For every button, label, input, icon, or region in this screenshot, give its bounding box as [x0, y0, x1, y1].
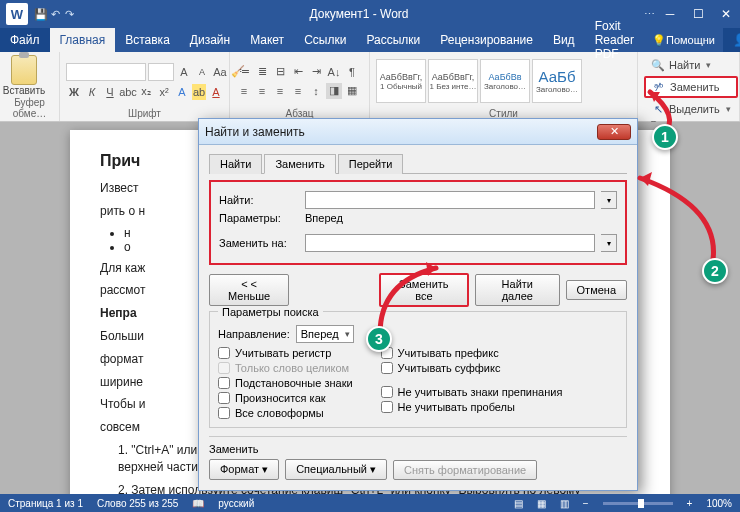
find-replace-fields: Найти: ▾ Параметры: Вперед Заменить на: …	[209, 180, 627, 265]
highlight-icon[interactable]: ab	[192, 84, 206, 100]
tab-insert[interactable]: Вставка	[115, 28, 180, 52]
replace-input[interactable]	[305, 234, 595, 252]
direction-select[interactable]: Вперед	[296, 325, 354, 343]
text-effects-icon[interactable]: A	[174, 84, 190, 100]
status-language[interactable]: русский	[218, 498, 254, 509]
suffix-check[interactable]	[381, 362, 393, 374]
dialog-tab-goto[interactable]: Перейти	[338, 154, 404, 174]
tab-foxit[interactable]: Foxit Reader PDF	[585, 28, 644, 52]
callout-2: 2	[702, 258, 728, 284]
style-nospacing[interactable]: АаБбВвГг, 1 Без инте…	[428, 59, 478, 103]
dialog-tab-find[interactable]: Найти	[209, 154, 262, 174]
tab-file[interactable]: Файл	[0, 28, 50, 52]
decrease-indent-icon[interactable]: ⇤	[290, 64, 306, 80]
grow-font-icon[interactable]: A	[176, 64, 192, 80]
ribbon: Вставить Буфер обме… A A Aa 🧹 Ж К Ч	[0, 52, 740, 122]
tab-view[interactable]: Вид	[543, 28, 585, 52]
qat-undo-icon[interactable]: ↶	[48, 7, 62, 21]
replace-all-button[interactable]: Заменить все	[379, 273, 469, 307]
close-button[interactable]: ✕	[712, 7, 740, 21]
zoom-level[interactable]: 100%	[706, 498, 732, 509]
tell-me[interactable]: 💡 Помощни	[644, 28, 723, 52]
style-heading1[interactable]: АаБбВв Заголово…	[480, 59, 530, 103]
font-name-box[interactable]	[66, 63, 146, 81]
paste-label: Вставить	[3, 85, 45, 96]
find-button[interactable]: 🔍 Найти ▾	[644, 55, 738, 75]
find-input[interactable]	[305, 191, 595, 209]
share-button[interactable]: 👤 Общий доступ	[723, 28, 740, 52]
sort-icon[interactable]: A↓	[326, 64, 342, 80]
align-right-icon[interactable]: ≡	[272, 83, 288, 99]
dialog-tab-replace[interactable]: Заменить	[264, 154, 335, 174]
status-bar: Страница 1 из 1 Слово 255 из 255 📖 русск…	[0, 494, 740, 512]
numbering-icon[interactable]: ≣	[254, 64, 270, 80]
status-words[interactable]: Слово 255 из 255	[97, 498, 178, 509]
view-read-icon[interactable]: ▤	[514, 498, 523, 509]
multilevel-icon[interactable]: ⊟	[272, 64, 288, 80]
tab-review[interactable]: Рецензирование	[430, 28, 543, 52]
search-options-legend: Параметры поиска	[218, 306, 323, 318]
replace-button[interactable]: ᵃ⁄ᵇ Заменить	[644, 76, 738, 98]
style-normal[interactable]: АаБбВвГг, 1 Обычный	[376, 59, 426, 103]
sounds-like-check[interactable]	[218, 392, 230, 404]
strike-icon[interactable]: abc	[120, 84, 136, 100]
font-color-icon[interactable]: A	[208, 84, 224, 100]
match-case-check[interactable]	[218, 347, 230, 359]
status-spellcheck-icon[interactable]: 📖	[192, 498, 204, 509]
zoom-slider[interactable]	[603, 502, 673, 505]
tab-design[interactable]: Дизайн	[180, 28, 240, 52]
change-case-icon[interactable]: Aa	[212, 64, 228, 80]
special-button[interactable]: Специальный ▾	[285, 459, 387, 480]
tab-layout[interactable]: Макет	[240, 28, 294, 52]
zoom-in-icon[interactable]: +	[687, 498, 693, 509]
bold-icon[interactable]: Ж	[66, 84, 82, 100]
underline-icon[interactable]: Ч	[102, 84, 118, 100]
ribbon-options-icon[interactable]: ⋯	[642, 7, 656, 21]
clipboard-icon	[11, 55, 37, 85]
italic-icon[interactable]: К	[84, 84, 100, 100]
view-print-icon[interactable]: ▦	[537, 498, 546, 509]
align-left-icon[interactable]: ≡	[236, 83, 252, 99]
select-button[interactable]: ↖ Выделить ▾	[644, 99, 738, 119]
borders-icon[interactable]: ▦	[344, 83, 360, 99]
show-marks-icon[interactable]: ¶	[344, 64, 360, 80]
bullets-icon[interactable]: ≔	[236, 64, 252, 80]
line-spacing-icon[interactable]: ↕	[308, 83, 324, 99]
ignore-punct-check[interactable]	[381, 386, 393, 398]
tab-mailings[interactable]: Рассылки	[356, 28, 430, 52]
styles-gallery[interactable]: АаБбВвГг, 1 Обычный АаБбВвГг, 1 Без инте…	[376, 59, 582, 103]
zoom-out-icon[interactable]: −	[583, 498, 589, 509]
window-title: Документ1 - Word	[76, 7, 642, 21]
status-page[interactable]: Страница 1 из 1	[8, 498, 83, 509]
subscript-icon[interactable]: x₂	[138, 84, 154, 100]
find-replace-dialog: Найти и заменить ✕ Найти Заменить Перейт…	[198, 118, 638, 491]
minimize-button[interactable]: ─	[656, 7, 684, 21]
find-next-button[interactable]: Найти далее	[475, 274, 559, 306]
tab-home[interactable]: Главная	[50, 28, 116, 52]
align-center-icon[interactable]: ≡	[254, 83, 270, 99]
superscript-icon[interactable]: x²	[156, 84, 172, 100]
all-forms-check[interactable]	[218, 407, 230, 419]
view-web-icon[interactable]: ▥	[560, 498, 569, 509]
font-size-box[interactable]	[148, 63, 174, 81]
qat-redo-icon[interactable]: ↷	[62, 7, 76, 21]
increase-indent-icon[interactable]: ⇥	[308, 64, 324, 80]
format-button[interactable]: Формат ▾	[209, 459, 279, 480]
shrink-font-icon[interactable]: A	[194, 64, 210, 80]
shading-icon[interactable]: ◨	[326, 83, 342, 99]
dialog-title-bar[interactable]: Найти и заменить ✕	[199, 119, 637, 145]
ignore-space-check[interactable]	[381, 401, 393, 413]
find-dropdown[interactable]: ▾	[601, 191, 617, 209]
replace-dropdown[interactable]: ▾	[601, 234, 617, 252]
maximize-button[interactable]: ☐	[684, 7, 712, 21]
ribbon-tabs: Файл Главная Вставка Дизайн Макет Ссылки…	[0, 28, 740, 52]
dialog-close-button[interactable]: ✕	[597, 124, 631, 140]
justify-icon[interactable]: ≡	[290, 83, 306, 99]
paste-button[interactable]: Вставить	[6, 55, 42, 96]
qat-save-icon[interactable]: 💾	[34, 7, 48, 21]
wildcards-check[interactable]	[218, 377, 230, 389]
less-button[interactable]: < < Меньше	[209, 274, 289, 306]
style-heading2[interactable]: АаБб Заголово…	[532, 59, 582, 103]
cancel-button[interactable]: Отмена	[566, 280, 627, 300]
tab-references[interactable]: Ссылки	[294, 28, 356, 52]
